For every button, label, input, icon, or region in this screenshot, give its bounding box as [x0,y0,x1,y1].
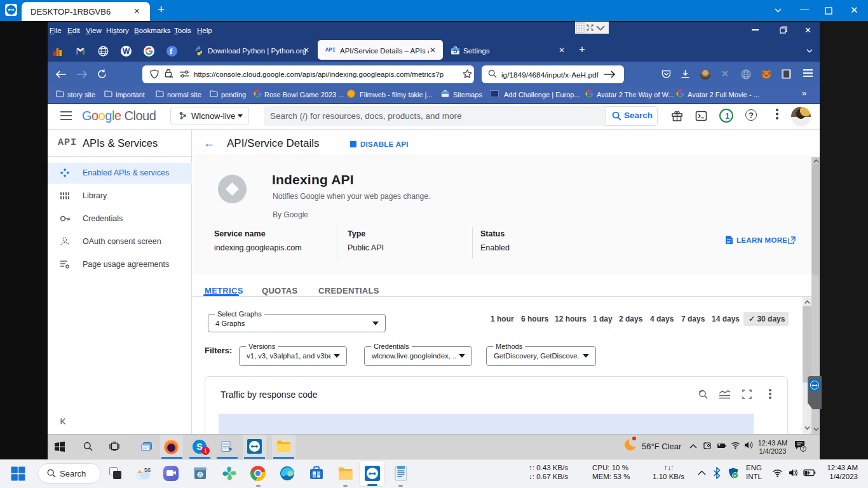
svg-text:56°: 56° [144,467,151,473]
svg-text:7: 7 [802,446,805,452]
